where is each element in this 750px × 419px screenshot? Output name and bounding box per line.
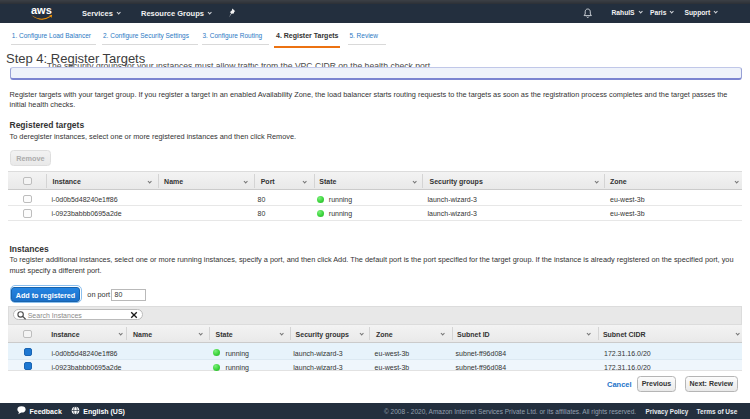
svg-text:aws: aws <box>31 4 52 16</box>
